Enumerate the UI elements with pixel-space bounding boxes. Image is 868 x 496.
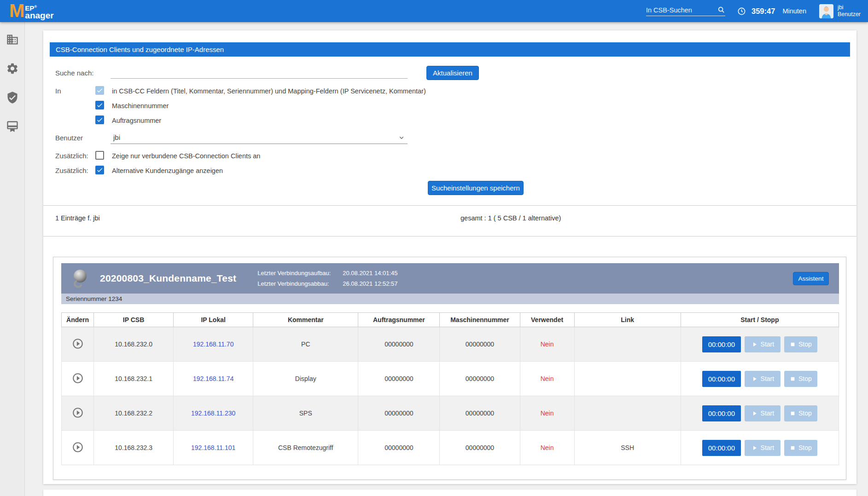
play-icon xyxy=(751,444,758,451)
kommentar-cell: PC xyxy=(253,327,358,362)
verbindungsabbau-label: Letzter Verbindungsabbau: xyxy=(257,280,331,287)
sidebar-item-settings[interactable] xyxy=(6,62,19,76)
verbindungsabbau-value: 26.08.2021 12:52:57 xyxy=(343,280,397,287)
auftragsnummer-cell: 00000000 xyxy=(358,327,440,362)
alternative-checkbox[interactable] xyxy=(95,166,104,174)
link-cell xyxy=(574,362,681,396)
table-header-row: Ändern IP CSB IP Lokal Kommentar Auftrag… xyxy=(62,313,839,327)
auftragsnummer-cell: 00000000 xyxy=(358,362,440,396)
sidebar xyxy=(0,22,25,496)
person-icon xyxy=(819,4,833,18)
stop-button[interactable]: Stop xyxy=(784,440,817,456)
benutzer-selected-value: jbi xyxy=(113,133,397,141)
stop-button[interactable]: Stop xyxy=(784,371,817,387)
play-circle-icon xyxy=(72,372,84,384)
logo-m: M xyxy=(9,3,24,18)
maschinennummer-cell: 00000000 xyxy=(440,396,520,431)
ip-lokal-link[interactable]: 192.168.11.70 xyxy=(193,340,234,348)
benutzer-label: Benutzer xyxy=(55,134,83,142)
divider xyxy=(43,205,856,206)
column-header-ip-csb: IP CSB xyxy=(94,313,174,327)
column-header-auftragsnummer: Auftragsnummer xyxy=(358,313,440,327)
sidebar-item-licenses[interactable] xyxy=(6,120,19,134)
card-membership-icon xyxy=(6,120,19,133)
assistent-button[interactable]: Assistent xyxy=(793,272,829,285)
verbindungsaufbau-value: 20.08.2021 14:01:45 xyxy=(343,270,397,277)
auftragsnummer-cell: 00000000 xyxy=(358,396,440,431)
start-label: Start xyxy=(761,444,775,451)
search-input[interactable] xyxy=(646,6,717,14)
link-cell xyxy=(574,396,681,431)
start-label: Start xyxy=(761,340,775,348)
expand-row-button[interactable] xyxy=(72,372,84,386)
nur-verbundene-label: Zeige nur verbundene CSB-Connection Clie… xyxy=(112,152,260,160)
expand-row-button[interactable] xyxy=(72,441,84,455)
maschinennummer-checkbox[interactable] xyxy=(95,101,104,110)
stop-label: Stop xyxy=(798,340,812,348)
verwendet-cell: Nein xyxy=(520,362,574,396)
logo-anager: anager xyxy=(25,12,53,20)
play-icon xyxy=(751,375,758,382)
gear-icon xyxy=(6,62,19,75)
auftragsnummer-checkbox[interactable] xyxy=(95,115,104,124)
kommentar-cell: Display xyxy=(253,362,358,396)
seriennummer-band: Seriennummer 1234 xyxy=(61,294,839,304)
stop-button[interactable]: Stop xyxy=(784,405,817,421)
aktualisieren-button[interactable]: Aktualisieren xyxy=(426,66,479,80)
maschinennummer-label: Maschinennummer xyxy=(112,102,169,110)
check-icon xyxy=(96,116,103,123)
csb-search-field[interactable] xyxy=(646,6,725,16)
column-header-kommentar: Kommentar xyxy=(253,313,358,327)
client-title: 20200803_Kundenname_Test xyxy=(100,273,236,284)
sucheinstellungen-speichern-button[interactable]: Sucheinstellungen speichern xyxy=(428,181,524,195)
ip-lokal-link[interactable]: 192.168.11.74 xyxy=(193,375,234,382)
stop-icon xyxy=(790,410,796,416)
app-logo[interactable]: M EP® anager xyxy=(9,3,54,20)
user-role: Benutzer xyxy=(838,11,861,18)
link-cell: SSH xyxy=(574,431,681,465)
expand-row-button[interactable] xyxy=(72,338,84,351)
divider xyxy=(43,236,856,236)
sidebar-item-security[interactable] xyxy=(6,91,19,105)
column-header-aendern: Ändern xyxy=(62,313,94,327)
table-row: 10.168.232.0 192.168.11.70 PC 00000000 0… xyxy=(62,327,839,362)
stop-label: Stop xyxy=(798,375,812,382)
clients-table: Ändern IP CSB IP Lokal Kommentar Auftrag… xyxy=(61,312,839,465)
stop-button[interactable]: Stop xyxy=(784,336,817,352)
benutzer-select[interactable]: jbi xyxy=(111,131,408,144)
start-button[interactable]: Start xyxy=(745,405,781,421)
sidebar-item-company[interactable] xyxy=(6,33,19,47)
session-timer-unit: Minuten xyxy=(782,7,806,15)
maschinennummer-cell: 00000000 xyxy=(440,431,520,465)
link-cell xyxy=(574,327,681,362)
kommentar-cell: SPS xyxy=(253,396,358,431)
start-button[interactable]: Start xyxy=(745,440,781,456)
result-total: gesamt : 1 ( 5 CSB / 1 alternative) xyxy=(460,214,561,222)
play-circle-icon xyxy=(72,407,84,419)
check-icon xyxy=(96,167,103,173)
stop-icon xyxy=(790,445,796,451)
search-icon[interactable] xyxy=(717,6,725,14)
start-button[interactable]: Start xyxy=(745,371,781,387)
ip-lokal-link[interactable]: 192.168.11.101 xyxy=(191,444,235,451)
ip-lokal-link[interactable]: 192.168.11.230 xyxy=(191,409,235,417)
globe-icon xyxy=(70,268,89,288)
zusaetzlich-label-1: Zusätzlich: xyxy=(55,152,88,160)
timer-display: 00:00:00 xyxy=(702,405,741,421)
start-button[interactable]: Start xyxy=(745,336,781,352)
csbcc-felder-checkbox[interactable] xyxy=(95,86,104,95)
csbcc-felder-label: in CSB-CC Feldern (Titel, Kommentar, Ser… xyxy=(112,87,426,95)
play-icon xyxy=(751,341,758,348)
suche-nach-input[interactable] xyxy=(111,67,408,79)
timer-display: 00:00:00 xyxy=(702,336,741,352)
suche-nach-label: Suche nach: xyxy=(55,69,93,77)
expand-row-button[interactable] xyxy=(72,407,84,420)
zusaetzlich-label-2: Zusätzlich: xyxy=(55,167,88,174)
clock-icon xyxy=(737,7,746,16)
alternative-label: Alternative Kundenzugänge anzeigen xyxy=(112,167,223,174)
kommentar-cell: CSB Remotezugriff xyxy=(253,431,358,465)
user-avatar[interactable] xyxy=(819,4,833,18)
logo-wordmark: EP® anager xyxy=(25,4,53,20)
verwendet-cell: Nein xyxy=(520,431,574,465)
nur-verbundene-checkbox[interactable] xyxy=(95,151,104,160)
